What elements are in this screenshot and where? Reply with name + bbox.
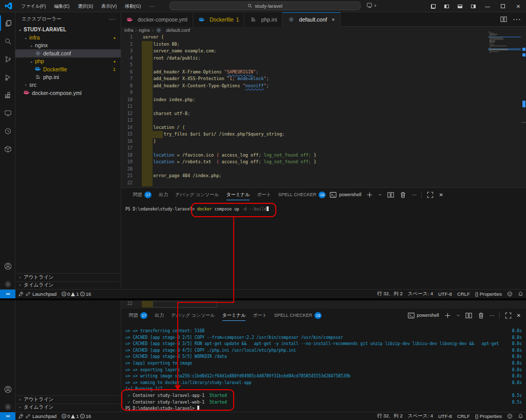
kill-terminal-button[interactable] [399, 191, 407, 199]
code-editor[interactable]: 1server {2listen 80;3server_name example… [121, 34, 526, 187]
panel-tab-出力[interactable]: 出力 [155, 188, 172, 201]
kill-terminal-button[interactable] [477, 312, 485, 319]
panel-more-icon[interactable]: ··· [490, 313, 495, 318]
notifications-bell-icon[interactable] [515, 413, 526, 419]
clock-icon[interactable] [0, 123, 15, 139]
panel-tab-デバッグ コンソール[interactable]: デバッグ コンソール [167, 309, 218, 322]
section-タイムライン[interactable]: ›タイムライン [15, 404, 121, 412]
tree-item-infra[interactable]: ⌄infra● [15, 33, 121, 41]
close-icon[interactable]: × [332, 17, 335, 23]
terminal-prompt-line[interactable]: PS D:\odaneko\study-laravel> docker comp… [125, 206, 522, 213]
maximize-button[interactable] [495, 0, 511, 12]
feedback-smiley-icon[interactable] [504, 413, 515, 419]
indentation[interactable]: スペース: 4 [405, 413, 436, 419]
toggle-secondary-sidebar-icon[interactable] [466, 0, 480, 12]
extensions-icon[interactable] [0, 87, 15, 103]
account-icon[interactable] [0, 258, 15, 274]
panel-tab-ターミナル[interactable]: ターミナル [223, 188, 254, 201]
tree-item-docker-compose.yml[interactable]: docker-compose.yml [15, 89, 121, 97]
panel-more-icon[interactable]: ··· [411, 192, 417, 198]
remote-explorer-icon[interactable] [0, 105, 15, 121]
split-terminal-button[interactable] [387, 191, 394, 199]
feedback-smiley-icon[interactable] [504, 291, 515, 297]
menu-選択[interactable]: 選択(S) [73, 0, 97, 12]
panel-tab-SPELL CHECKER[interactable]: SPELL CHECKER16 [275, 188, 330, 201]
tab-more-icon[interactable]: ··· [513, 15, 521, 24]
close-button[interactable]: ✕ [511, 0, 526, 12]
split-editor-icon[interactable] [500, 15, 508, 23]
menu-移動[interactable]: 移動(G) [121, 0, 145, 12]
indentation[interactable]: スペース: 4 [405, 291, 436, 297]
eol[interactable]: CRLF [455, 413, 473, 419]
shell-selector[interactable]: powershell [329, 191, 361, 199]
tree-item-dockerfile[interactable]: Dockerfile1 [15, 65, 121, 73]
split-terminal-button[interactable] [465, 312, 473, 319]
launchpad-item[interactable]: Launchpad [15, 412, 59, 420]
tab-docker-compose.yml[interactable]: docker-compose.yml [121, 12, 193, 27]
cursor-position[interactable]: 行 32、列 2 [374, 291, 405, 297]
search-icon[interactable] [0, 33, 15, 49]
tree-item-default.conf[interactable]: default.conf [15, 49, 121, 57]
problems-summary[interactable]: ×01i16 [59, 412, 93, 420]
maximize-panel-icon[interactable] [504, 312, 512, 319]
tree-item-study-laravel[interactable]: ⌄STUDY-LARAVEL [15, 26, 121, 33]
menu-more[interactable]: ··· [145, 0, 159, 12]
panel-tab-デバッグ コンソール[interactable]: デバッグ コンソール [172, 188, 222, 201]
language-mode[interactable]: {} Properties [473, 291, 504, 297]
run-debug-icon[interactable] [0, 69, 15, 85]
breadcrumb[interactable]: infra›nginx›default.conf [121, 27, 526, 34]
eol[interactable]: CRLF [455, 291, 473, 297]
tab-Dockerfile[interactable]: Dockerfile1 [193, 12, 245, 27]
panel-tab-問題[interactable]: 問題17 [125, 309, 151, 322]
section-アウトライン[interactable]: ›アウトライン [15, 395, 121, 404]
panel-tab-ポート[interactable]: ポート [249, 309, 270, 322]
encoding[interactable]: UTF-8 [436, 413, 455, 419]
explorer-more-actions[interactable]: ··· [109, 16, 116, 22]
panel-tab-ターミナル[interactable]: ターミナル [219, 309, 250, 322]
new-terminal-button[interactable] [444, 312, 452, 319]
launchpad-item[interactable]: Launchpad [15, 290, 59, 298]
source-control-icon[interactable] [0, 51, 15, 67]
close-panel-icon[interactable]: ✕ [439, 192, 443, 198]
language-mode[interactable]: {} Properties [473, 413, 504, 419]
tab-php.ini[interactable]: php.ini [245, 12, 283, 27]
tree-item-php.ini[interactable]: php.ini [15, 73, 121, 81]
notifications-bell-icon[interactable] [515, 291, 526, 297]
command-center-search[interactable]: study-laravel [170, 2, 361, 10]
new-terminal-button[interactable] [366, 191, 373, 199]
menu-ファイル[interactable]: ファイル(F) [17, 0, 50, 12]
cursor-position[interactable]: 行 32、列 2 [374, 413, 405, 419]
session-toggle[interactable]: ∨ [367, 3, 377, 8]
panel-tab-問題[interactable]: 問題17 [129, 188, 155, 201]
explorer-icon[interactable] [0, 15, 15, 31]
terminal-dropdown[interactable] [456, 313, 460, 317]
shell-selector[interactable]: powershell [407, 312, 439, 319]
tree-item-php[interactable]: ⌄php● [15, 58, 121, 65]
terminal[interactable]: PS D:\odaneko\study-laravel> docker comp… [125, 206, 522, 213]
remote-indicator[interactable]: >< [0, 290, 15, 298]
customize-layout-icon[interactable] [426, 0, 440, 12]
panel-tab-SPELL CHECKER[interactable]: SPELL CHECKER16 [271, 309, 326, 322]
section-アウトライン[interactable]: ›アウトライン [15, 273, 121, 281]
encoding[interactable]: UTF-8 [436, 291, 455, 297]
terminal-dropdown[interactable] [378, 193, 382, 197]
menu-表示[interactable]: 表示(V) [97, 0, 121, 12]
minimize-button[interactable]: — [480, 0, 495, 12]
panel-tab-ポート[interactable]: ポート [253, 188, 274, 201]
tab-default.conf[interactable]: default.conf× [283, 12, 340, 27]
container-box-icon[interactable] [0, 141, 15, 157]
maximize-panel-icon[interactable] [426, 191, 434, 199]
breadcrumb-item[interactable]: default.conf [166, 28, 190, 33]
breadcrumb-item[interactable]: infra [124, 28, 134, 33]
minimap[interactable] [488, 32, 521, 55]
tree-item-src[interactable]: ›src [15, 81, 121, 89]
panel-tab-出力[interactable]: 出力 [151, 309, 167, 322]
toggle-panel-icon[interactable] [453, 0, 466, 12]
close-panel-icon[interactable]: ✕ [517, 313, 521, 318]
menu-編集[interactable]: 編集(E) [50, 0, 73, 12]
breadcrumb-item[interactable]: nginx [139, 28, 150, 33]
account-icon[interactable] [0, 381, 15, 397]
toggle-sidebar-icon[interactable] [440, 0, 453, 12]
tree-item-nginx[interactable]: ⌄nginx [15, 42, 121, 49]
remote-indicator[interactable]: >< [0, 412, 15, 420]
